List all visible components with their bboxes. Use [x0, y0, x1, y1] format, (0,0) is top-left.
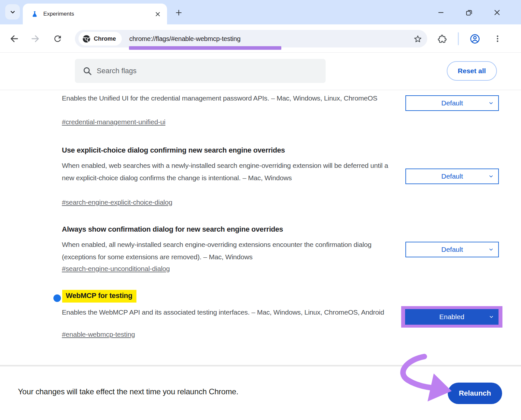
tab-close-icon[interactable] — [153, 9, 162, 19]
new-tab-button[interactable] — [173, 7, 185, 19]
flag-value-select-enabled[interactable]: Enabled — [405, 309, 499, 325]
chevron-down-icon — [488, 173, 494, 179]
reset-all-button[interactable]: Reset all — [447, 61, 497, 81]
search-flags-input[interactable] — [97, 67, 326, 75]
address-bar[interactable]: Chrome chrome://flags/#enable-webmcp-tes… — [75, 30, 427, 47]
enabled-annotation-frame: Enabled — [401, 306, 502, 328]
tab-strip: Experiments — [0, 0, 521, 24]
back-button[interactable] — [8, 33, 20, 44]
extensions-puzzle-icon[interactable] — [436, 33, 448, 45]
flag-value-select[interactable]: Default — [405, 169, 499, 184]
footer-divider — [0, 365, 521, 366]
search-icon — [82, 66, 92, 76]
flag-title: Use explicit-choice dialog confirming ne… — [62, 146, 285, 155]
tab-experiments[interactable]: Experiments — [23, 4, 167, 24]
reload-button[interactable] — [52, 33, 63, 44]
window-controls — [436, 8, 501, 17]
toolbar-divider — [458, 32, 459, 45]
bookmark-star-icon[interactable] — [413, 34, 423, 44]
flag-permalink[interactable]: #search-engine-explicit-choice-dialog — [62, 198, 172, 206]
url-annotation-underline — [129, 46, 281, 50]
flag-value-select[interactable]: Default — [405, 242, 499, 257]
site-chip-label: Chrome — [94, 35, 116, 42]
browser-window: Experiments — [0, 0, 521, 420]
flag-description: Enables the Unified UI for the credentia… — [62, 92, 389, 104]
flag-value-select[interactable]: Default — [405, 95, 499, 111]
chevron-down-icon — [488, 247, 494, 252]
close-window-button[interactable] — [492, 8, 501, 17]
forward-button[interactable] — [30, 33, 41, 44]
plus-icon — [175, 8, 183, 17]
flag-description: When enabled, all newly-installed search… — [62, 238, 389, 263]
flag-description: When enabled, web searches with a newly-… — [62, 159, 389, 184]
flask-icon — [31, 10, 38, 18]
site-info-chip[interactable]: Chrome — [78, 32, 122, 46]
flag-permalink[interactable]: #search-engine-unconditional-dialog — [62, 265, 170, 273]
minimize-button[interactable] — [436, 8, 445, 17]
kebab-menu-icon[interactable] — [492, 33, 503, 45]
chevron-down-icon — [488, 100, 494, 106]
flag-description: Enables the WebMCP API and its associate… — [62, 306, 389, 318]
tab-title: Experiments — [43, 11, 153, 17]
url-text: chrome://flags/#enable-webmcp-testing — [129, 35, 413, 43]
flag-title-highlighted: WebMCP for testing — [62, 290, 136, 303]
relaunch-button[interactable]: Relaunch — [448, 383, 502, 404]
chevron-down-icon — [9, 8, 17, 16]
profile-icon[interactable] — [469, 33, 481, 45]
restore-button[interactable] — [464, 8, 473, 17]
flag-permalink[interactable]: #credential-management-unified-ui — [62, 118, 165, 126]
flag-title: Always show confirmation dialog for new … — [62, 225, 283, 234]
restart-notice: Your changes will take effect the next t… — [18, 387, 238, 396]
flag-permalink[interactable]: #enable-webmcp-testing — [62, 331, 135, 338]
flag-match-dot — [53, 294, 61, 302]
chrome-logo-icon — [82, 34, 91, 43]
relaunch-annotation-arrow — [384, 351, 459, 408]
search-flags-box[interactable] — [75, 59, 326, 83]
chevron-down-icon — [488, 314, 494, 320]
tab-search-button[interactable] — [5, 4, 20, 20]
